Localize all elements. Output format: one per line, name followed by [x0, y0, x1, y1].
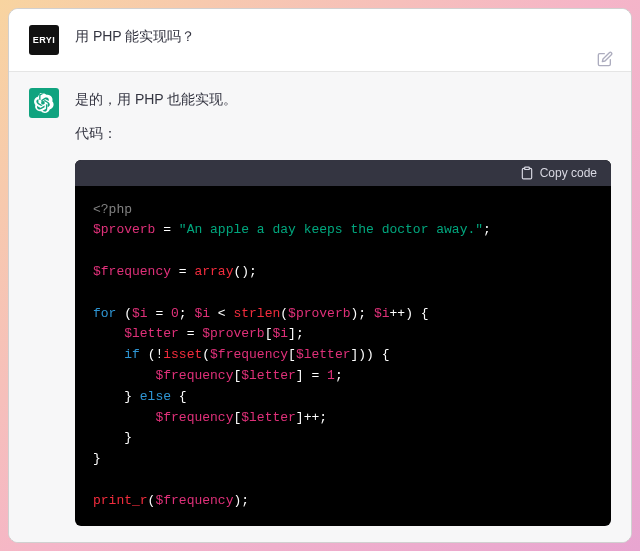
assistant-intro-text: 是的，用 PHP 也能实现。: [75, 88, 611, 112]
edit-message-button[interactable]: [597, 51, 613, 71]
code-header: Copy code: [75, 160, 611, 186]
clipboard-icon: [520, 166, 534, 180]
copy-code-label: Copy code: [540, 166, 597, 180]
code-label: 代码：: [75, 122, 611, 146]
user-avatar-label: ERYI: [33, 35, 56, 45]
edit-icon: [597, 51, 613, 67]
code-content[interactable]: <?php $proverb = "An apple a day keeps t…: [75, 186, 611, 526]
chat-window: ERYI 用 PHP 能实现吗？ 是的，用 PHP 也能实现。 代码： Copy…: [8, 8, 632, 543]
assistant-message-row: 是的，用 PHP 也能实现。 代码： Copy code <?php $prov…: [9, 72, 631, 542]
user-message-row: ERYI 用 PHP 能实现吗？: [9, 9, 631, 72]
svg-rect-0: [524, 167, 529, 169]
openai-icon: [34, 93, 54, 113]
assistant-message-body: 是的，用 PHP 也能实现。 代码： Copy code <?php $prov…: [75, 88, 611, 526]
user-message-text: 用 PHP 能实现吗？: [75, 25, 611, 55]
code-block: Copy code <?php $proverb = "An apple a d…: [75, 160, 611, 526]
assistant-avatar: [29, 88, 59, 118]
user-avatar: ERYI: [29, 25, 59, 55]
copy-code-button[interactable]: Copy code: [520, 166, 597, 180]
